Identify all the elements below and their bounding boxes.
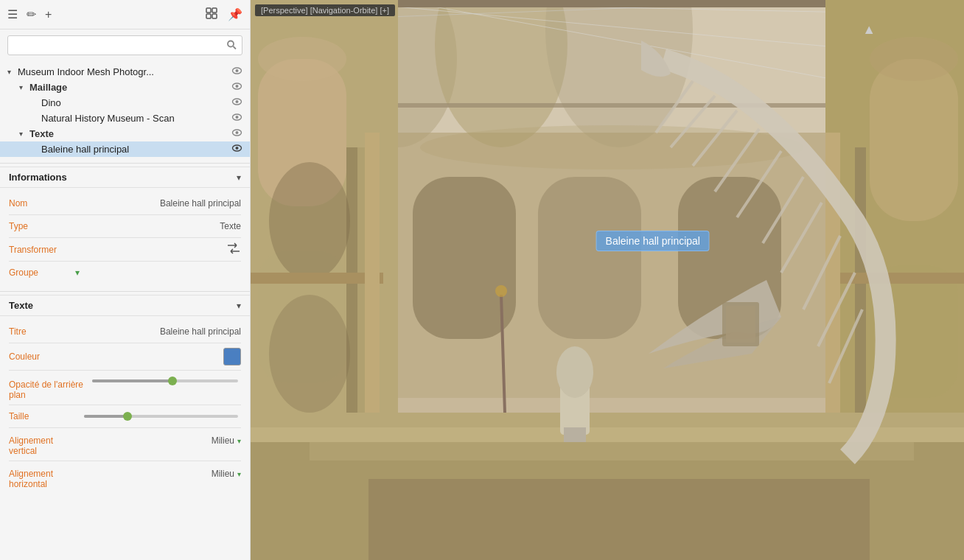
opacite-slider[interactable]: [92, 379, 238, 382]
texte-collapse-icon[interactable]: ▾: [237, 301, 241, 311]
eye-icon-maillage[interactable]: [231, 82, 242, 93]
svg-point-36: [269, 295, 350, 413]
viewport[interactable]: [Perspective] [Navigation-Orbite] [+] ▲: [251, 0, 964, 560]
tree-label-baleine: Baleine hall principal: [41, 144, 228, 155]
arrow-icon: ▾: [7, 68, 18, 76]
prop-opacite: Opacité de l'arrièreplan: [9, 372, 241, 403]
sidebar: ☰ ✏ + 📌 ▾ Museum I: [0, 0, 251, 560]
svg-rect-3: [212, 14, 217, 18]
svg-point-4: [228, 41, 234, 46]
tree-item-maillage[interactable]: ▾ Maillage: [0, 80, 250, 95]
label-align-vertical: Alignementvertical: [9, 433, 75, 456]
texte-header[interactable]: Texte ▾: [0, 295, 250, 316]
canvas-arrow-icon: ▲: [862, 22, 876, 38]
value-titre: Baleine hall principal: [75, 326, 241, 337]
label-couleur: Couleur: [9, 351, 75, 362]
arrow-icon: ▾: [19, 130, 29, 138]
eye-icon-museum[interactable]: [231, 66, 242, 77]
svg-rect-55: [538, 177, 641, 339]
svg-point-71: [495, 285, 507, 297]
label-titre: Titre: [9, 326, 75, 337]
scene-tree: ▾ Museum Indoor Mesh Photogr... ▾ Mailla…: [0, 61, 250, 160]
svg-rect-38: [870, 59, 958, 221]
svg-point-13: [236, 116, 239, 119]
label-type: Type: [9, 221, 75, 231]
search-icon: [226, 39, 237, 52]
tree-item-natural-history[interactable]: Natural History Museum - Scan: [0, 111, 250, 126]
tree-item-texte[interactable]: ▾ Texte: [0, 126, 250, 141]
eye-icon-baleine[interactable]: [231, 144, 242, 155]
svg-rect-69: [564, 427, 586, 442]
plus-icon[interactable]: +: [45, 9, 52, 21]
search-bar: [7, 35, 242, 55]
svg-point-9: [236, 85, 239, 88]
pin-icon[interactable]: 📌: [228, 9, 242, 21]
svg-rect-43: [251, 413, 964, 427]
viewport-scene: [251, 0, 964, 560]
prop-couleur: Couleur: [9, 345, 241, 368]
pencil-icon[interactable]: ✏: [27, 9, 36, 21]
prop-type: Type Texte: [9, 217, 241, 236]
svg-rect-2: [206, 14, 211, 18]
align-horizontal-select[interactable]: Milieu ▾: [75, 469, 241, 479]
tree-item-baleine[interactable]: Baleine hall principal: [0, 141, 250, 157]
eye-icon-texte[interactable]: [231, 128, 242, 139]
value-groupe[interactable]: ▾: [75, 267, 241, 278]
align-horizontal-chevron: ▾: [237, 470, 241, 478]
couleur-swatch[interactable]: [223, 348, 241, 365]
informations-collapse-icon[interactable]: ▾: [237, 172, 241, 183]
align-vertical-value: Milieu: [212, 435, 234, 446]
prop-align-vertical: Alignementvertical Milieu ▾: [9, 430, 241, 459]
tree-item-dino[interactable]: Dino: [0, 95, 250, 111]
tree-item-museum-root[interactable]: ▾ Museum Indoor Mesh Photogr...: [0, 64, 250, 80]
align-vertical-select[interactable]: Milieu ▾: [75, 435, 241, 446]
value-transformer[interactable]: [75, 242, 241, 256]
svg-point-31: [258, 37, 346, 81]
informations-panel: Informations ▾ Nom Baleine hall principa…: [0, 167, 250, 288]
svg-rect-46: [339, 461, 884, 479]
svg-rect-1: [212, 8, 217, 13]
svg-point-11: [236, 100, 239, 103]
texte-content: Titre Baleine hall principal Couleur Opa…: [0, 316, 250, 498]
svg-rect-73: [726, 306, 755, 343]
value-type: Texte: [75, 221, 241, 231]
eye-icon-dino[interactable]: [231, 97, 242, 108]
label-nom: Nom: [9, 198, 75, 209]
label-groupe: Groupe: [9, 267, 75, 278]
svg-rect-0: [206, 8, 211, 13]
search-input[interactable]: [7, 35, 242, 55]
svg-rect-47: [369, 479, 870, 560]
svg-rect-45: [310, 442, 914, 461]
svg-point-15: [236, 131, 239, 134]
menu-icon[interactable]: ☰: [7, 9, 18, 21]
tree-label-natural-history: Natural History Museum - Scan: [41, 113, 228, 124]
label-taille: Taille: [9, 411, 75, 421]
label-align-horizontal: Alignementhorizontal: [9, 466, 75, 489]
label-transformer: Transformer: [9, 245, 75, 255]
groupe-dropdown[interactable]: ▾: [75, 267, 241, 278]
svg-point-39: [870, 37, 958, 81]
tree-label-dino: Dino: [41, 97, 228, 108]
align-vertical-chevron: ▾: [237, 437, 241, 445]
svg-point-7: [236, 69, 239, 72]
prop-nom: Nom Baleine hall principal: [9, 194, 241, 213]
svg-rect-50: [365, 133, 380, 413]
prop-titre: Titre Baleine hall principal: [9, 322, 241, 341]
value-nom: Baleine hall principal: [75, 198, 241, 209]
taille-slider[interactable]: [84, 415, 238, 418]
informations-header[interactable]: Informations ▾: [0, 167, 250, 188]
prop-groupe: Groupe ▾: [9, 263, 241, 282]
svg-point-35: [269, 162, 350, 280]
prop-transformer: Transformer: [9, 239, 241, 259]
groupe-chevron-icon: ▾: [75, 267, 80, 278]
eye-icon-natural-history[interactable]: [231, 113, 242, 124]
texte-panel: Texte ▾ Titre Baleine hall principal Cou…: [0, 295, 250, 498]
tree-label-texte: Texte: [29, 128, 228, 139]
arrow-icon: ▾: [19, 83, 29, 91]
informations-content: Nom Baleine hall principal Type Texte Tr…: [0, 188, 250, 288]
tree-label-museum: Museum Indoor Mesh Photogr...: [18, 66, 228, 77]
informations-title: Informations: [9, 172, 67, 183]
svg-point-68: [556, 346, 593, 398]
tree-label-maillage: Maillage: [29, 82, 228, 93]
layers-icon[interactable]: [204, 6, 219, 23]
